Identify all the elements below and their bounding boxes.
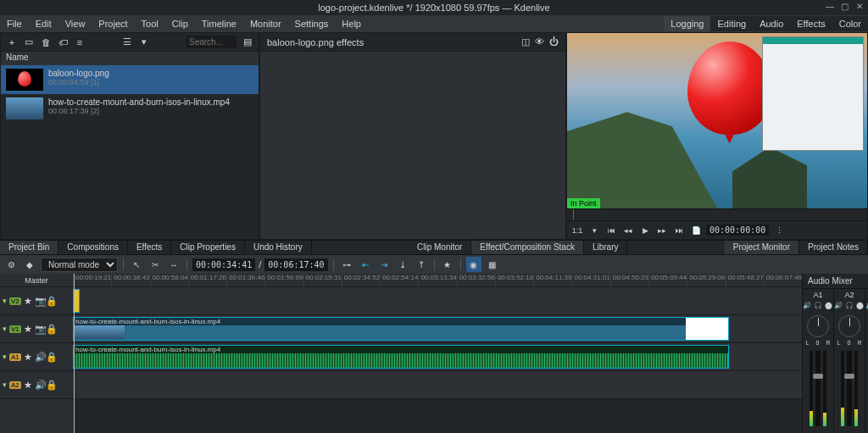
marker-icon[interactable]: 📄 bbox=[689, 224, 703, 237]
track-v1[interactable]: how-to-create-mount-and-burn-isos-in-lin… bbox=[73, 315, 802, 343]
prev-frame-icon[interactable]: ◂◂ bbox=[621, 224, 635, 237]
layout-effects[interactable]: Effects bbox=[790, 16, 832, 31]
layout-logging[interactable]: Logging bbox=[664, 16, 710, 31]
track-head-v2[interactable]: ▾ V2 ★ 📷 🔒 bbox=[0, 287, 73, 315]
chevron-down-icon[interactable]: ▾ bbox=[587, 224, 601, 237]
timeline-clip-audio[interactable]: how-to-create-mount-and-burn-isos-in-lin… bbox=[73, 345, 729, 369]
delete-icon[interactable]: 🗑 bbox=[40, 36, 52, 48]
tab-project-bin[interactable]: Project Bin bbox=[0, 241, 58, 254]
menu-monitor[interactable]: Monitor bbox=[243, 16, 288, 31]
lock-icon[interactable]: 🔒 bbox=[46, 380, 54, 389]
tab-compositions[interactable]: Compositions bbox=[58, 241, 128, 254]
layout-editing[interactable]: Editing bbox=[710, 16, 753, 31]
tab-project-monitor[interactable]: Project Monitor bbox=[725, 241, 799, 254]
timeline-clip-video[interactable]: how-to-create-mount-and-burn-isos-in-lin… bbox=[73, 317, 729, 341]
volume-fader[interactable] bbox=[847, 351, 852, 426]
timeline-ruler[interactable]: 00:00:19:2100:00:38:4300:00:58:0400:01:1… bbox=[73, 274, 802, 287]
menu-timeline[interactable]: Timeline bbox=[195, 16, 243, 31]
minimize-icon[interactable]: — bbox=[826, 2, 834, 10]
options-icon[interactable]: ⋮ bbox=[772, 224, 786, 237]
view-mode-icon[interactable]: ☰ bbox=[121, 36, 133, 48]
star-icon[interactable]: ★ bbox=[24, 380, 32, 389]
rewind-icon[interactable]: ⏮ bbox=[604, 224, 618, 237]
scale-dropdown[interactable]: 1:1 bbox=[570, 224, 584, 237]
tab-undo-history[interactable]: Undo History bbox=[245, 241, 312, 254]
pan-knob[interactable] bbox=[838, 315, 860, 337]
add-clip-icon[interactable]: + bbox=[6, 36, 18, 48]
headphone-icon[interactable]: 🎧 bbox=[845, 302, 854, 310]
mute-icon[interactable]: 📷 bbox=[35, 297, 43, 305]
expand-icon[interactable]: ▾ bbox=[3, 325, 7, 333]
razor-tool-icon[interactable]: ✂ bbox=[147, 257, 163, 272]
menu-project[interactable]: Project bbox=[92, 16, 134, 31]
sort-icon[interactable]: ▾ bbox=[138, 36, 150, 48]
tab-effects[interactable]: Effects bbox=[128, 241, 171, 254]
track-a1[interactable]: how-to-create-mount-and-burn-isos-in-lin… bbox=[73, 343, 802, 371]
menu-view[interactable]: View bbox=[58, 16, 92, 31]
speaker-icon[interactable]: 🔊 bbox=[803, 302, 811, 310]
expand-icon[interactable]: ▾ bbox=[3, 353, 7, 361]
master-label[interactable]: Master bbox=[0, 274, 73, 287]
mute-icon[interactable]: 📷 bbox=[35, 325, 43, 333]
timeline-position[interactable]: 00:00:34:41 bbox=[192, 258, 255, 271]
spacer-tool-icon[interactable]: ↔ bbox=[166, 257, 181, 272]
star-icon[interactable]: ★ bbox=[24, 325, 32, 333]
preview-render-icon[interactable]: ◉ bbox=[466, 257, 481, 272]
split-icon[interactable]: ◫ bbox=[521, 36, 530, 47]
filter-icon[interactable]: ▤ bbox=[242, 36, 253, 48]
track-compositing-icon[interactable]: ◆ bbox=[22, 257, 37, 272]
star-icon[interactable]: ★ bbox=[24, 297, 32, 305]
forward-icon[interactable]: ⏭ bbox=[672, 224, 686, 237]
menu-file[interactable]: File bbox=[0, 16, 29, 31]
tab-library[interactable]: Library bbox=[584, 241, 628, 254]
overwrite-icon[interactable]: ⤓ bbox=[395, 257, 410, 272]
playhead[interactable] bbox=[74, 274, 75, 433]
pan-knob[interactable] bbox=[807, 315, 829, 337]
monitor-timecode[interactable]: 00:00:00:00 bbox=[706, 225, 769, 236]
zone-out-icon[interactable]: ⇥ bbox=[376, 257, 392, 272]
tab-clip-monitor[interactable]: Clip Monitor bbox=[409, 241, 471, 254]
mix-icon[interactable]: ⊶ bbox=[339, 257, 354, 272]
menu-help[interactable]: Help bbox=[335, 16, 368, 31]
track-head-a1[interactable]: ▾ A1 ★ 🔊 🔒 bbox=[0, 343, 73, 371]
menu-clip[interactable]: Clip bbox=[165, 16, 195, 31]
expand-icon[interactable]: ▾ bbox=[3, 380, 7, 389]
expand-icon[interactable]: ▾ bbox=[3, 297, 7, 305]
favorite-icon[interactable]: ★ bbox=[440, 257, 455, 272]
layout-audio[interactable]: Audio bbox=[753, 16, 790, 31]
lock-icon[interactable]: 🔒 bbox=[46, 325, 54, 333]
lock-icon[interactable]: 🔒 bbox=[46, 297, 54, 305]
bin-item[interactable]: how-to-create-mount-and-burn-isos-in-lin… bbox=[1, 94, 259, 123]
insert-icon[interactable]: ⤒ bbox=[414, 257, 429, 272]
list-icon[interactable]: ≡ bbox=[74, 36, 86, 48]
search-input[interactable] bbox=[186, 36, 236, 48]
folder-icon[interactable]: ▭ bbox=[23, 36, 35, 48]
power-icon[interactable]: ⏻ bbox=[549, 36, 559, 47]
tag-icon[interactable]: 🏷 bbox=[57, 36, 69, 48]
edit-mode-dropdown[interactable]: Normal mode bbox=[41, 258, 118, 272]
tab-project-notes[interactable]: Project Notes bbox=[799, 241, 868, 254]
bin-item[interactable]: baloon-logo.png 00:00:04:59 [1] bbox=[1, 65, 259, 94]
star-icon[interactable]: ★ bbox=[24, 353, 32, 361]
lock-icon[interactable]: 🔒 bbox=[46, 353, 54, 361]
record-icon[interactable]: ⬤ bbox=[825, 302, 833, 310]
effects-body[interactable] bbox=[260, 52, 565, 239]
record-icon[interactable]: ⬤ bbox=[856, 302, 865, 310]
eye-icon[interactable]: 👁 bbox=[535, 36, 544, 47]
maximize-icon[interactable]: ▢ bbox=[841, 2, 849, 10]
gear-icon[interactable]: ⚙ bbox=[3, 257, 19, 272]
speaker-icon[interactable]: 🔊 bbox=[35, 353, 43, 361]
menu-edit[interactable]: Edit bbox=[29, 16, 58, 31]
close-icon[interactable]: ✕ bbox=[856, 2, 865, 10]
next-frame-icon[interactable]: ▸▸ bbox=[655, 224, 669, 237]
speaker-icon[interactable]: 🔊 bbox=[35, 380, 43, 389]
volume-fader[interactable] bbox=[815, 351, 821, 426]
bin-column-name[interactable]: Name bbox=[1, 52, 259, 65]
layout-color[interactable]: Color bbox=[832, 16, 868, 31]
track-head-a2[interactable]: ▾ A2 ★ 🔊 🔒 bbox=[0, 371, 73, 399]
play-icon[interactable]: ▶ bbox=[638, 224, 652, 237]
zone-in-icon[interactable]: ⇤ bbox=[358, 257, 373, 272]
tab-clip-properties[interactable]: Clip Properties bbox=[171, 241, 245, 254]
menu-tool[interactable]: Tool bbox=[135, 16, 165, 31]
headphone-icon[interactable]: 🎧 bbox=[814, 302, 822, 310]
